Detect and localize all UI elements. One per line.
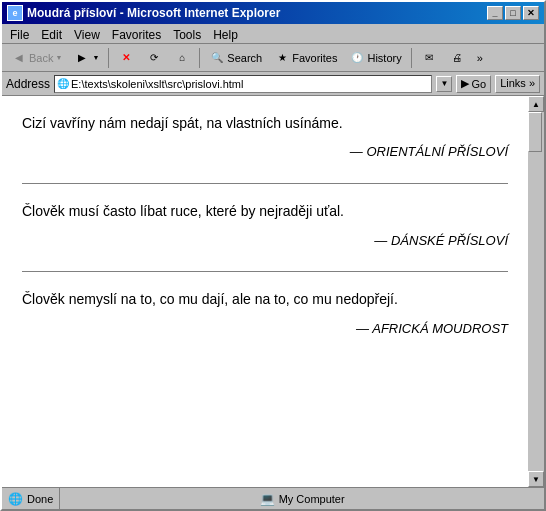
mail-icon: ✉ — [421, 50, 437, 66]
expand-icon: » — [477, 52, 483, 64]
address-globe-icon: 🌐 — [57, 78, 69, 89]
maximize-button[interactable]: □ — [505, 6, 521, 20]
favorites-label: Favorites — [292, 52, 337, 64]
favorites-icon: ★ — [274, 50, 290, 66]
menu-help[interactable]: Help — [207, 26, 244, 43]
proverb-divider-2 — [22, 271, 508, 272]
address-input[interactable] — [71, 78, 429, 90]
menu-file[interactable]: File — [4, 26, 35, 43]
go-icon: ▶ — [461, 77, 469, 90]
title-controls: _ □ ✕ — [487, 6, 539, 20]
title-bar-left: e Moudrá přísloví - Microsoft Internet E… — [7, 5, 280, 21]
forward-button[interactable]: ▶ ▼ — [69, 47, 104, 69]
menu-edit[interactable]: Edit — [35, 26, 68, 43]
status-section-main: 🌐 Done — [2, 488, 60, 509]
status-computer-icon: 💻 — [260, 492, 275, 506]
zone-text: My Computer — [279, 493, 345, 505]
status-globe-icon: 🌐 — [8, 492, 23, 506]
menu-view[interactable]: View — [68, 26, 106, 43]
address-bar: Address 🌐 ▼ ▶ Go Links » — [2, 72, 544, 96]
proverb-block-1: Cizí vavříny nám nedají spát, na vlastní… — [22, 112, 508, 163]
scroll-down-button[interactable]: ▼ — [528, 471, 544, 487]
status-text: Done — [27, 493, 53, 505]
status-bar: 🌐 Done 💻 My Computer — [2, 487, 544, 509]
go-label: Go — [471, 78, 486, 90]
proverb-block-3: Člověk nemyslí na to, co mu dají, ale na… — [22, 288, 508, 339]
forward-dropdown-icon: ▼ — [92, 54, 99, 61]
print-icon: 🖨 — [449, 50, 465, 66]
ie-icon: e — [7, 5, 23, 21]
mail-button[interactable]: ✉ — [416, 47, 442, 69]
stop-icon: ✕ — [118, 50, 134, 66]
title-bar: e Moudrá přísloví - Microsoft Internet E… — [2, 2, 544, 24]
go-button[interactable]: ▶ Go — [456, 75, 491, 93]
back-icon: ◀ — [11, 50, 27, 66]
back-dropdown-icon: ▼ — [55, 54, 62, 61]
content-area: Cizí vavříny nám nedají spát, na vlastní… — [2, 96, 544, 487]
menu-favorites[interactable]: Favorites — [106, 26, 167, 43]
toolbar: ◀ Back ▼ ▶ ▼ ✕ ⟳ ⌂ 🔍 Search ★ Favorites … — [2, 44, 544, 72]
links-button[interactable]: Links » — [495, 75, 540, 93]
page-content: Cizí vavříny nám nedají spát, na vlastní… — [2, 96, 528, 487]
proverb-text-3: Člověk nemyslí na to, co mu dají, ale na… — [22, 288, 508, 310]
home-icon: ⌂ — [174, 50, 190, 66]
address-label: Address — [6, 77, 50, 91]
stop-button[interactable]: ✕ — [113, 47, 139, 69]
search-button[interactable]: 🔍 Search — [204, 47, 267, 69]
favorites-button[interactable]: ★ Favorites — [269, 47, 342, 69]
scroll-track[interactable] — [528, 112, 544, 471]
ie-window: e Moudrá přísloví - Microsoft Internet E… — [0, 0, 546, 511]
refresh-button[interactable]: ⟳ — [141, 47, 167, 69]
back-label: Back — [29, 52, 53, 64]
close-button[interactable]: ✕ — [523, 6, 539, 20]
history-label: History — [367, 52, 401, 64]
search-icon: 🔍 — [209, 50, 225, 66]
refresh-icon: ⟳ — [146, 50, 162, 66]
minimize-button[interactable]: _ — [487, 6, 503, 20]
window-title: Moudrá přísloví - Microsoft Internet Exp… — [27, 6, 280, 20]
proverb-attribution-3: — AFRICKÁ MOUDROST — [22, 319, 508, 340]
scrollbar: ▲ ▼ — [528, 96, 544, 487]
proverb-text-2: Člověk musí často líbat ruce, které by n… — [22, 200, 508, 222]
proverb-divider-1 — [22, 183, 508, 184]
expand-button[interactable]: » — [472, 47, 488, 69]
address-dropdown-button[interactable]: ▼ — [436, 76, 452, 92]
print-button[interactable]: 🖨 — [444, 47, 470, 69]
menu-bar: File Edit View Favorites Tools Help — [2, 24, 544, 44]
menu-tools[interactable]: Tools — [167, 26, 207, 43]
toolbar-separator-2 — [199, 48, 200, 68]
proverb-attribution-2: — DÁNSKÉ PŘÍSLOVÍ — [22, 231, 508, 252]
proverb-attribution-1: — ORIENTÁLNÍ PŘÍSLOVÍ — [22, 142, 508, 163]
forward-icon: ▶ — [74, 50, 90, 66]
scroll-up-button[interactable]: ▲ — [528, 96, 544, 112]
toolbar-separator-1 — [108, 48, 109, 68]
address-input-wrapper: 🌐 — [54, 75, 432, 93]
toolbar-separator-3 — [411, 48, 412, 68]
home-button[interactable]: ⌂ — [169, 47, 195, 69]
history-icon: 🕐 — [349, 50, 365, 66]
proverb-text-1: Cizí vavříny nám nedají spát, na vlastní… — [22, 112, 508, 134]
search-label: Search — [227, 52, 262, 64]
scroll-thumb[interactable] — [528, 112, 542, 152]
back-button[interactable]: ◀ Back ▼ — [6, 47, 67, 69]
history-button[interactable]: 🕐 History — [344, 47, 406, 69]
status-section-zone: 💻 My Computer — [60, 488, 544, 509]
proverb-block-2: Člověk musí často líbat ruce, které by n… — [22, 200, 508, 251]
